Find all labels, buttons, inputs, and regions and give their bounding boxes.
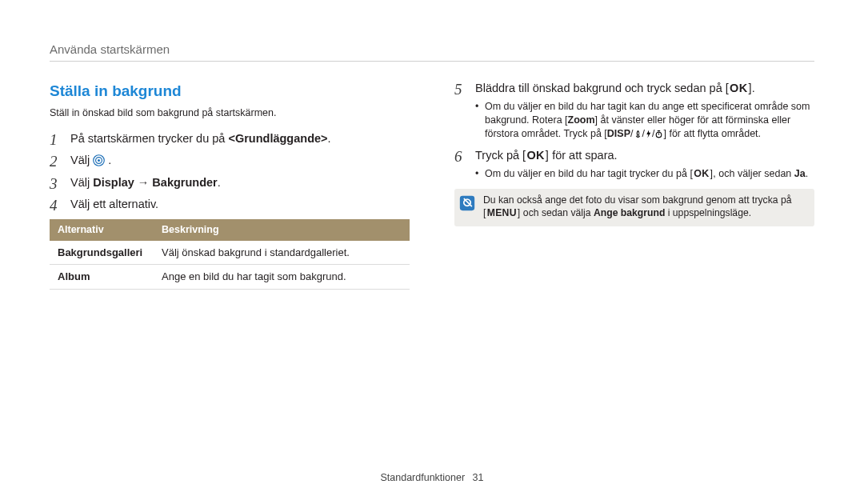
step-text: . [328, 132, 331, 145]
info-note: Du kan också ange det foto du visar som … [454, 189, 814, 226]
step-number: 6 [454, 146, 462, 167]
section-heading: Ställa in bakgrund [50, 81, 410, 102]
step-3: 3 Välj Display → Bakgrunder. [50, 175, 410, 191]
table-head-description: Beskrivning [154, 219, 410, 241]
step-5: 5 Bläddra till önskad bakgrund och tryck… [454, 81, 814, 140]
right-column: 5 Bläddra till önskad bakgrund och tryck… [454, 81, 814, 290]
ok-button-label: OK [690, 167, 713, 181]
step-6-notes: Om du väljer en bild du har tagit trycke… [475, 167, 814, 181]
breadcrumb: Använda startskärmen [50, 42, 814, 58]
ok-button-label: OK [522, 148, 549, 164]
step-text: Välj [70, 176, 93, 189]
macro-icon [634, 130, 642, 138]
left-column: Ställa in bakgrund Ställ in önskad bild … [50, 81, 410, 290]
table-cell-value: Välj önskad bakgrund i standardgalleriet… [154, 241, 410, 265]
note-text: i uppspelningsläge. [665, 207, 751, 218]
step-number: 2 [50, 151, 58, 172]
step-text: . [752, 82, 755, 94]
step-text: Bläddra till önskad bakgrund och tryck s… [475, 82, 726, 94]
page-number: 31 [473, 472, 484, 483]
note-bold: Ange bakgrund [594, 207, 665, 218]
zoom-label: Zoom [568, 114, 595, 126]
svg-point-2 [98, 159, 100, 162]
note-text: och sedan välja [523, 207, 594, 218]
steps-list-left: 1 På startskärmen trycker du på <Grundlä… [50, 131, 410, 213]
page-footer: Standardfunktioner 31 [0, 471, 864, 485]
step-text: . [218, 176, 221, 189]
target-icon [93, 154, 105, 166]
note-text: Du kan också ange det foto du visar som … [483, 194, 791, 206]
step-text: . [108, 154, 111, 166]
svg-point-3 [657, 132, 662, 138]
step-text: Välj ett alternativ. [70, 198, 158, 210]
content-columns: Ställa in bakgrund Ställ in önskad bild … [50, 81, 814, 290]
step-text-bold: <Grundläggande> [228, 132, 327, 145]
note-text: Om du väljer en bild du har tagit trycke… [485, 168, 690, 179]
options-table: Alternativ Beskrivning Bakgrundsgalleri … [50, 219, 410, 290]
table-cell-key: Bakgrundsgalleri [50, 241, 154, 265]
ja-label: Ja [794, 168, 806, 179]
step-6-note: Om du väljer en bild du har tagit trycke… [475, 167, 814, 181]
table-row: Bakgrundsgalleri Välj önskad bakgrund i … [50, 241, 410, 265]
table-cell-value: Ange en bild du har tagit som bakgrund. [154, 265, 410, 290]
note-text: . [806, 168, 808, 179]
menu-button-label: MENU [483, 206, 520, 219]
step-text: Välj [70, 154, 93, 166]
footer-section-label: Standardfunktioner [380, 472, 465, 483]
step-6: 6 Tryck på OK för att spara. Om du välje… [454, 148, 814, 180]
ok-button-label: OK [726, 81, 752, 97]
step-number: 5 [454, 79, 462, 100]
info-icon [459, 195, 475, 211]
step-5-notes: Om du väljer en bild du har tagit kan du… [475, 100, 814, 141]
step-text-bold: Display → Bakgrunder [93, 176, 218, 189]
manual-page: Använda startskärmen Ställa in bakgrund … [0, 0, 864, 504]
table-row: Album Ange en bild du har tagit som bakg… [50, 265, 410, 290]
info-note-body: Du kan också ange det foto du visar som … [483, 194, 806, 220]
divider [50, 61, 814, 62]
table-cell-key: Album [50, 265, 154, 290]
step-text: På startskärmen trycker du på [70, 132, 228, 145]
disp-button-label: [DISP///] för att flytta området. [604, 128, 761, 139]
note-text: , och väljer sedan [713, 168, 794, 179]
step-2: 2 Välj . [50, 153, 410, 169]
table-header-row: Alternativ Beskrivning [50, 219, 410, 241]
step-1: 1 På startskärmen trycker du på <Grundlä… [50, 131, 410, 147]
step-number: 1 [50, 130, 58, 150]
svg-rect-4 [460, 196, 474, 210]
section-lead: Ställ in önskad bild som bakgrund på sta… [50, 106, 410, 120]
step-text: för att spara. [549, 149, 617, 162]
step-number: 3 [50, 174, 58, 194]
step-number: 4 [50, 195, 58, 216]
table-head-option: Alternativ [50, 219, 154, 241]
timer-icon [654, 130, 663, 138]
step-text: Tryck på [475, 149, 522, 162]
flash-icon [645, 130, 652, 138]
step-4: 4 Välj ett alternativ. [50, 197, 410, 213]
steps-list-right: 5 Bläddra till önskad bakgrund och tryck… [454, 81, 814, 181]
step-5-note: Om du väljer en bild du har tagit kan du… [475, 100, 814, 141]
